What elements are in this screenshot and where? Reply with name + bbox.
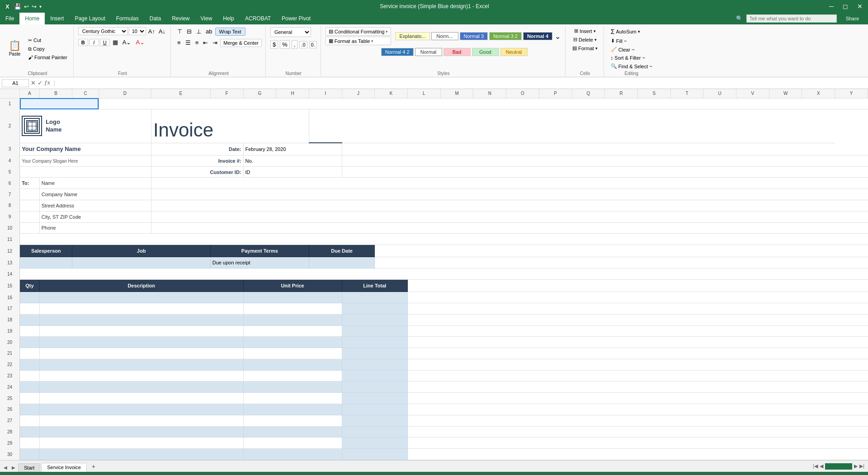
close-btn[interactable]: ✕: [855, 3, 864, 10]
font-family-select[interactable]: Century Gothic: [78, 27, 128, 35]
orientation-icon[interactable]: ab: [204, 27, 214, 36]
cell-payment-data[interactable]: Due upon receipt: [210, 257, 309, 268]
normal32-style-button[interactable]: Normal 3 2: [489, 32, 522, 40]
view-normal-icon[interactable]: ▤: [762, 474, 767, 475]
col-header-D[interactable]: D: [99, 89, 151, 98]
autosum-button[interactable]: Σ AutoSum ▾: [609, 27, 642, 36]
clear-button[interactable]: 🧹 Clear ~: [609, 46, 637, 53]
cell-row12-rest[interactable]: [375, 245, 868, 257]
conditional-formatting-button[interactable]: ▤ Conditional Formatting ▾: [326, 27, 392, 36]
styles-dropdown-arrow[interactable]: ⌄: [554, 31, 561, 42]
scroll-prev-icon[interactable]: ◀: [820, 463, 823, 469]
decrease-indent-icon[interactable]: ⇤: [201, 38, 210, 47]
decrease-decimal-icon[interactable]: 0.: [309, 41, 317, 48]
cell-qty-header[interactable]: Qty: [20, 279, 40, 292]
col-header-I[interactable]: I: [309, 89, 342, 98]
align-left-icon[interactable]: ≡: [175, 38, 183, 47]
menu-review[interactable]: Review: [166, 13, 195, 24]
cell-divider[interactable]: [20, 166, 151, 178]
normal-style-button[interactable]: Norm...: [431, 32, 458, 40]
col-header-V[interactable]: V: [736, 89, 769, 98]
cell-duedate-data[interactable]: [309, 257, 374, 268]
menu-insert[interactable]: Insert: [45, 13, 69, 24]
cell-desc-header[interactable]: Description: [39, 279, 243, 292]
cell-row1-rest[interactable]: [99, 98, 868, 109]
comma-icon[interactable]: ,: [292, 40, 298, 49]
insert-button[interactable]: ⊞ Insert ▾: [572, 27, 598, 35]
cell-duedate-header[interactable]: Due Date: [309, 245, 374, 257]
cell-row11[interactable]: [20, 234, 868, 245]
align-bottom-icon[interactable]: ⊥: [194, 27, 203, 36]
cell-a1[interactable]: [20, 98, 99, 109]
col-header-U[interactable]: U: [703, 89, 736, 98]
wrap-text-button[interactable]: Wrap Text: [215, 28, 245, 36]
cell-invoice-num-value[interactable]: No.: [243, 155, 342, 166]
bad-style-button[interactable]: Bad: [443, 48, 471, 56]
cell-row2-rest[interactable]: [342, 109, 835, 143]
increase-font-icon[interactable]: A↑: [147, 28, 156, 35]
cell-row15-rest[interactable]: [408, 279, 868, 292]
menu-help[interactable]: Help: [217, 13, 240, 24]
cell-row3-rest[interactable]: [342, 143, 868, 155]
cell-reference-input[interactable]: [2, 79, 29, 87]
quick-access-redo[interactable]: ↪: [32, 3, 37, 10]
increase-indent-icon[interactable]: ⇥: [211, 38, 219, 47]
cut-button[interactable]: ✂ Cut: [26, 37, 70, 44]
scroll-last-icon[interactable]: ▶|: [859, 463, 864, 469]
col-header-Y[interactable]: Y: [835, 89, 868, 98]
normal42-style-button[interactable]: Normal 4 2: [381, 48, 414, 56]
cancel-formula-icon[interactable]: ✕: [31, 80, 36, 86]
menu-page-layout[interactable]: Page Layout: [69, 13, 110, 24]
col-header-A[interactable]: A: [20, 89, 40, 98]
quick-access-customize[interactable]: ▾: [39, 4, 42, 9]
format-button[interactable]: ▤ Format ▾: [570, 44, 600, 52]
border-icon[interactable]: ▦: [111, 38, 120, 47]
good-style-button[interactable]: Good: [472, 48, 499, 56]
cell-invoice-num-label[interactable]: Invoice #:: [151, 155, 243, 166]
explanatory-style-button[interactable]: Explanato...: [395, 32, 429, 40]
col-header-C[interactable]: C: [72, 89, 99, 98]
sort-filter-button[interactable]: ↕ Sort & Filter ~: [609, 54, 647, 61]
col-header-T[interactable]: T: [670, 89, 703, 98]
cell-cust-label[interactable]: Customer ID:: [151, 166, 243, 178]
fill-button[interactable]: ⬇ Fill ~: [609, 37, 629, 45]
merge-center-button[interactable]: Merge & Center: [220, 39, 262, 47]
insert-function-icon[interactable]: ƒx: [44, 80, 50, 86]
normal4-style-button[interactable]: Normal 4: [523, 32, 552, 40]
cell-linetotal-header[interactable]: Line Total: [342, 279, 407, 292]
menu-home[interactable]: Home: [19, 13, 45, 24]
cell-logo[interactable]: Logo Name: [20, 109, 151, 143]
align-center-icon[interactable]: ☰: [184, 38, 193, 47]
underline-button[interactable]: U: [100, 39, 110, 46]
percent-icon[interactable]: %: [280, 40, 290, 49]
col-header-W[interactable]: W: [769, 89, 802, 98]
menu-power-pivot[interactable]: Power Pivot: [276, 13, 316, 24]
cell-row5-rest[interactable]: [342, 166, 868, 178]
col-header-B[interactable]: B: [39, 89, 72, 98]
neutral-style-button[interactable]: Neutral: [500, 48, 528, 56]
normal3-style-button[interactable]: Normal 3: [460, 32, 488, 40]
scroll-left-icon[interactable]: ◀: [2, 463, 9, 472]
col-header-X[interactable]: X: [802, 89, 835, 98]
col-header-Q[interactable]: Q: [572, 89, 605, 98]
minimize-btn[interactable]: ─: [827, 3, 835, 10]
paste-button[interactable]: 📋 Paste: [5, 39, 24, 58]
col-header-E[interactable]: E: [151, 89, 210, 98]
cell-salesperson-header[interactable]: Salesperson: [20, 245, 72, 257]
cell-to-label[interactable]: To:: [20, 178, 40, 189]
font-size-select[interactable]: 10: [129, 27, 146, 35]
restore-btn[interactable]: ◻: [841, 3, 850, 10]
menu-formulas[interactable]: Formulas: [111, 13, 144, 24]
search-input[interactable]: [746, 14, 837, 23]
number-format-select[interactable]: General: [270, 27, 311, 37]
format-as-table-button[interactable]: ▦ Format as Table ▾: [326, 37, 392, 45]
confirm-formula-icon[interactable]: ✓: [38, 80, 42, 86]
delete-button[interactable]: ⊟ Delete ▾: [571, 36, 599, 43]
cell-date-label[interactable]: Date:: [151, 143, 243, 155]
cell-unitprice-header[interactable]: Unit Price: [243, 279, 342, 292]
col-header-K[interactable]: K: [375, 89, 408, 98]
cell-to-street[interactable]: Street Address: [39, 200, 151, 212]
col-header-S[interactable]: S: [637, 89, 670, 98]
tab-service-invoice[interactable]: Service Invoice: [41, 463, 87, 472]
cell-date-value[interactable]: February 28, 2020: [243, 143, 342, 155]
